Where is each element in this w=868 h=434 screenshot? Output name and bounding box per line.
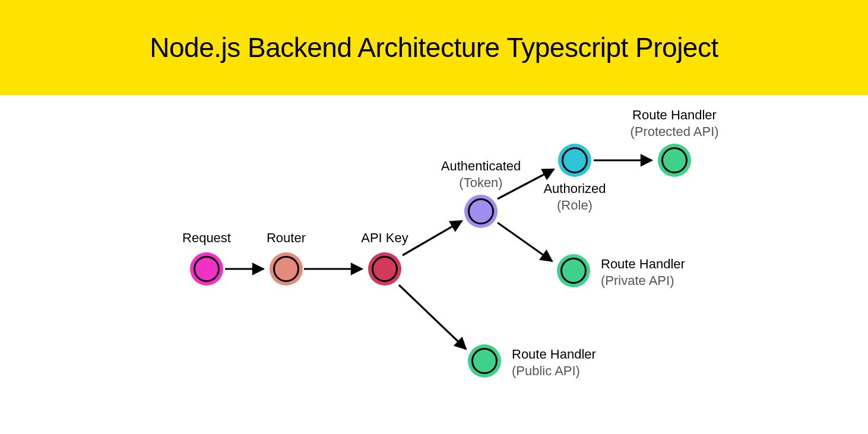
node-authorized-label: Authorized (Role) <box>543 180 606 213</box>
circle-icon <box>658 144 691 177</box>
node-authenticated: Authenticated (Token) <box>464 195 498 230</box>
page-title: Node.js Backend Architecture Typescript … <box>150 31 718 64</box>
node-authenticated-label: Authenticated (Token) <box>441 158 521 191</box>
arrow-layer <box>0 101 868 434</box>
node-router: Router <box>270 252 303 288</box>
node-public: Route Handler (Public API) <box>468 344 501 380</box>
node-public-label: Route Handler (Public API) <box>512 346 596 379</box>
circle-icon <box>468 344 501 378</box>
title-banner: Node.js Backend Architecture Typescript … <box>0 0 868 101</box>
circle-icon <box>190 252 223 286</box>
node-request-label: Request <box>182 230 231 246</box>
circle-icon <box>270 252 303 286</box>
edge-apikey-authenticated <box>403 221 462 255</box>
circle-icon <box>368 252 401 286</box>
node-protected: Route Handler (Protected API) <box>658 144 691 179</box>
node-request: Request <box>190 252 223 288</box>
circle-icon <box>557 254 590 287</box>
node-apikey: API Key <box>368 252 401 288</box>
edge-authenticated-private <box>498 223 552 261</box>
circle-icon <box>464 195 498 228</box>
node-protected-label: Route Handler (Protected API) <box>630 107 718 140</box>
node-private: Route Handler (Private API) <box>557 254 590 290</box>
node-router-label: Router <box>267 230 306 246</box>
architecture-diagram: Request Router API Key Authenticated (To… <box>0 101 868 434</box>
circle-icon <box>558 144 591 177</box>
node-apikey-label: API Key <box>361 230 408 246</box>
node-authorized: Authorized (Role) <box>558 144 591 179</box>
node-private-label: Route Handler (Private API) <box>601 256 685 289</box>
edge-apikey-public <box>399 285 466 349</box>
